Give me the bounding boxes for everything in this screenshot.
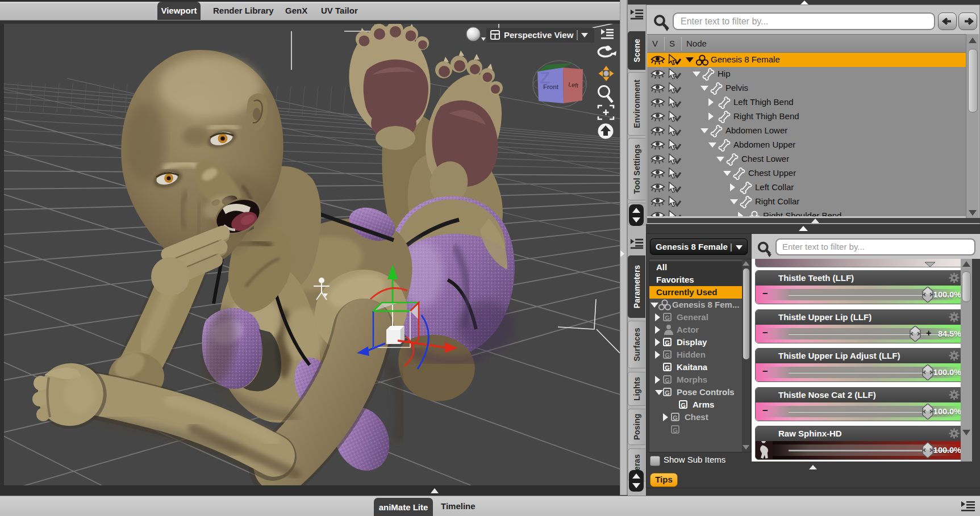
svg-text:Left: Left bbox=[568, 81, 579, 89]
svg-text:Front: Front bbox=[543, 83, 559, 90]
